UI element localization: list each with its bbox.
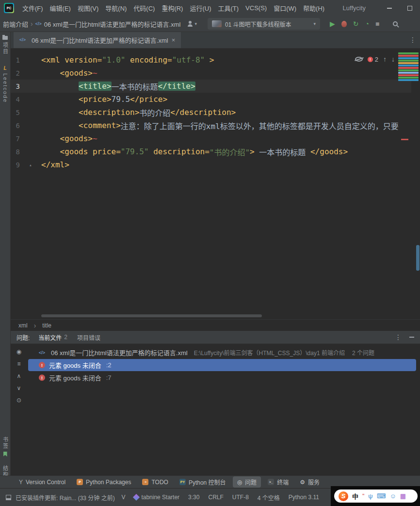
grid-icon[interactable]: ▦: [400, 493, 406, 499]
pycharm-logo-icon[interactable]: PC: [4, 3, 14, 13]
ime-mode-label[interactable]: 中: [352, 491, 358, 501]
tool-window-button-label: 终端: [277, 478, 289, 486]
status-item[interactable]: 3:30: [188, 494, 199, 501]
line-number[interactable]: 1: [14, 56, 20, 64]
breadcrumb-item[interactable]: xml: [18, 322, 28, 329]
rerun-icon[interactable]: ↻: [353, 20, 359, 27]
profile-icon[interactable]: ◔: [365, 20, 369, 27]
group-by-icon[interactable]: ≡: [17, 361, 20, 367]
editor-tab-bar: </> 06 xml是一门比html语法更加严格的标记语言.xml × ⋮: [11, 32, 420, 49]
xml-file-icon: </>: [35, 21, 42, 26]
problems-tab[interactable]: 当前文件2: [33, 331, 72, 343]
run-icon[interactable]: ▶: [330, 20, 335, 27]
kebab-menu-icon[interactable]: ⋮: [395, 333, 402, 341]
tool-window-button[interactable]: >_终端: [263, 476, 293, 488]
stripe-item-书签[interactable]: 书签: [1, 437, 9, 457]
error-counter[interactable]: ! 2: [368, 56, 378, 63]
status-item[interactable]: tabnine Starter: [134, 494, 179, 501]
status-item[interactable]: Python 3.11: [289, 494, 319, 501]
menu-item[interactable]: VCS(S): [242, 0, 270, 16]
status-item[interactable]: 4 个空格: [258, 493, 280, 502]
code-line[interactable]: 6 <comment>注意：除了上面第一行的xml标签以外，其他的标签都是开发人…: [11, 119, 411, 132]
kebab-menu-icon[interactable]: ⋮: [409, 36, 416, 44]
menu-item[interactable]: 代码(C): [130, 0, 158, 16]
minimize-button[interactable]: [379, 0, 400, 16]
search-icon: [393, 21, 398, 26]
menu-item[interactable]: 文件(F): [19, 0, 47, 16]
problems-file-row[interactable]: </> 06 xml是一门比html语法更加严格的标记语言.xml E:\Luf…: [27, 346, 420, 359]
line-number[interactable]: 6: [14, 122, 20, 130]
code-with-me-button[interactable]: ▾: [187, 21, 197, 27]
code-line[interactable]: 8 <goods price="79.5" description="书的介绍"…: [11, 145, 411, 158]
code-line[interactable]: 2 <goods>~: [11, 66, 411, 80]
code-editor[interactable]: 1<xml version="1.0" encoding="utf-8" >2 …: [11, 49, 420, 319]
quote-icon[interactable]: ”: [362, 493, 364, 499]
debug-icon[interactable]: [341, 21, 347, 27]
close-icon[interactable]: ×: [172, 36, 176, 44]
menu-item[interactable]: 运行(U): [186, 0, 214, 16]
tool-window-button[interactable]: ≡TODO: [138, 477, 172, 487]
tool-window-button[interactable]: ⚙服务: [295, 476, 324, 488]
error-stripe-minimap[interactable]: [398, 52, 419, 81]
hide-panel-icon[interactable]: [409, 337, 414, 338]
smiley-icon[interactable]: ☺: [389, 493, 396, 499]
previous-error-arrow-icon[interactable]: ↑: [383, 55, 387, 63]
code-line[interactable]: 5 <description>书的介绍</description>: [11, 106, 411, 119]
line-number[interactable]: 4: [14, 96, 20, 103]
menu-item[interactable]: 工具(T): [214, 0, 242, 16]
breadcrumb-root[interactable]: 前端介绍: [3, 19, 28, 29]
stop-icon[interactable]: ■: [375, 20, 379, 27]
code-line[interactable]: 7 <goods>~: [11, 132, 411, 145]
sogou-logo-icon[interactable]: S: [339, 491, 348, 501]
problems-tab[interactable]: 项目错误: [72, 331, 105, 343]
line-number[interactable]: 8: [14, 148, 20, 156]
line-number[interactable]: 3: [14, 82, 20, 90]
problems-item[interactable]: !元素 goods 未闭合:7: [28, 372, 416, 384]
vertical-scrollbar[interactable]: [416, 245, 420, 271]
status-item[interactable]: UTF-8: [232, 494, 249, 501]
maximize-button[interactable]: [400, 0, 420, 16]
line-number[interactable]: 7: [14, 135, 20, 143]
status-item[interactable]: CRLF: [208, 494, 223, 501]
tool-window-button[interactable]: PYPython 控制台: [175, 476, 230, 488]
editor-tab[interactable]: </> 06 xml是一门比html语法更加严格的标记语言.xml ×: [14, 32, 181, 48]
breadcrumb-file[interactable]: 06 xml是一门比html语法更加严格的标记语言.xml: [44, 19, 181, 29]
code-line[interactable]: 1<xml version="1.0" encoding="utf-8" >: [11, 53, 411, 66]
breadcrumb-item[interactable]: title: [42, 322, 51, 329]
keyboard-icon[interactable]: ⌨: [377, 493, 386, 499]
tool-window-button[interactable]: YVersion Control: [15, 477, 70, 487]
menu-item[interactable]: 导航(N): [102, 0, 130, 16]
sogou-ime-bar[interactable]: S 中 ”ψ⌨☺▦: [334, 490, 418, 503]
menu-item[interactable]: 帮助(H): [300, 0, 328, 16]
highlighting-off-eye-icon[interactable]: [355, 57, 363, 62]
line-number[interactable]: 9: [14, 161, 20, 169]
menu-item[interactable]: 重构(R): [158, 0, 186, 16]
code-line[interactable]: 9▴</xml>: [11, 158, 411, 171]
code-line[interactable]: 4 <price>79.5</price>: [11, 93, 411, 106]
line-number[interactable]: 5: [14, 109, 20, 116]
collapse-all-icon[interactable]: ∨: [17, 385, 21, 391]
next-error-arrow-icon[interactable]: ↓: [391, 55, 395, 63]
horizontal-scrollbar[interactable]: [41, 314, 262, 317]
line-number[interactable]: 2: [14, 69, 20, 77]
code-line[interactable]: 3 <title>一本书的标题</title>: [11, 80, 411, 93]
status-message[interactable]: 已安装插件更新: Rain... (33 分钟 之前): [16, 493, 115, 502]
run-config-select[interactable]: 01 斗图吧下载多线程版本 ▾: [208, 18, 320, 30]
preview-icon[interactable]: ◉: [16, 349, 21, 355]
problems-tab-badge: 2: [64, 334, 67, 341]
menu-item[interactable]: 窗口(W): [270, 0, 300, 16]
terminal-icon: >_: [268, 479, 274, 485]
search-everywhere-button[interactable]: [393, 21, 398, 26]
tool-window-button[interactable]: PPython Packages: [72, 477, 135, 487]
tool-window-button[interactable]: ◎问题: [233, 476, 261, 488]
stripe-item-Leetcode[interactable]: LLeetcode: [2, 65, 8, 103]
menu-item[interactable]: 编辑(E): [47, 0, 74, 16]
stripe-item-项目[interactable]: 项目: [1, 36, 9, 55]
tool-window-layout-icon[interactable]: [6, 495, 11, 500]
problems-item[interactable]: !元素 goods 未闭合:2: [28, 359, 416, 371]
status-item[interactable]: V: [121, 494, 125, 501]
menu-item[interactable]: 视图(V): [74, 0, 102, 16]
quickfix-icon[interactable]: ⊙: [16, 397, 21, 403]
expand-all-icon[interactable]: ∧: [17, 373, 21, 379]
mic-icon[interactable]: ψ: [368, 493, 372, 499]
